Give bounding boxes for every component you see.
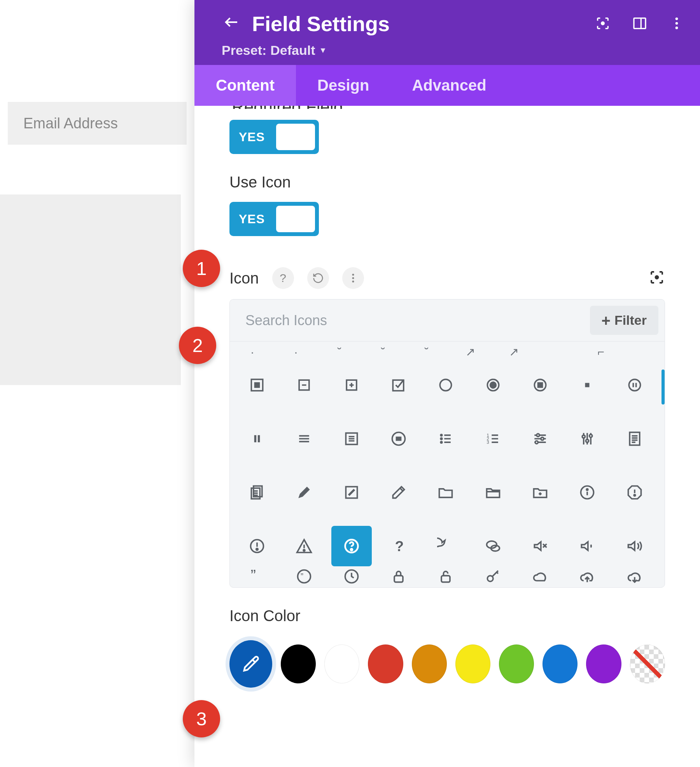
required-field-toggle[interactable]: YES: [229, 120, 319, 154]
cloud-download-icon[interactable]: [619, 568, 650, 587]
svg-point-43: [634, 495, 635, 496]
chat-icon[interactable]: [430, 531, 461, 562]
svg-point-7: [352, 280, 354, 282]
warning-triangle-icon[interactable]: [289, 531, 320, 562]
stop-circle-icon[interactable]: [525, 369, 556, 401]
quote-icon[interactable]: ”: [242, 568, 273, 587]
svg-rect-19: [585, 383, 590, 387]
clock-icon[interactable]: [336, 568, 367, 587]
pause-circle-icon[interactable]: [619, 369, 650, 401]
svg-point-2: [676, 18, 678, 20]
icon-grid-cut-bottom: ” ”: [230, 566, 665, 587]
annotation-badge-3: 3: [183, 700, 220, 737]
tab-content[interactable]: Content: [194, 65, 296, 106]
svg-rect-57: [441, 576, 450, 582]
question-icon[interactable]: ?: [383, 531, 414, 562]
svg-rect-56: [394, 576, 403, 582]
chats-icon[interactable]: [478, 531, 509, 562]
tab-design[interactable]: Design: [296, 65, 390, 106]
reset-icon[interactable]: [307, 267, 329, 289]
cloud-upload-icon[interactable]: [572, 568, 603, 587]
sliders-v-icon[interactable]: [572, 423, 603, 454]
use-icon-label: Use Icon: [229, 173, 665, 191]
svg-point-27: [441, 441, 442, 443]
icon-grid-scrollbar[interactable]: [662, 369, 665, 405]
svg-rect-21: [254, 435, 257, 442]
question-circle-icon[interactable]: [331, 526, 372, 566]
radio-checked-icon[interactable]: [478, 369, 509, 401]
caret-down-icon: ▼: [319, 46, 327, 55]
edit-square-icon[interactable]: [336, 477, 367, 508]
panel-tabs: Content Design Advanced: [194, 65, 700, 106]
square-stop-icon[interactable]: [242, 369, 273, 401]
sliders-h-icon[interactable]: [525, 423, 556, 454]
tab-advanced[interactable]: Advanced: [390, 65, 508, 106]
svg-point-8: [656, 276, 658, 279]
key-icon[interactable]: [478, 568, 509, 587]
pause-icon[interactable]: [242, 423, 273, 454]
info-circle-icon[interactable]: [572, 477, 603, 508]
svg-rect-22: [258, 435, 260, 442]
documents-icon[interactable]: [242, 477, 273, 508]
preset-selector[interactable]: Preset: Default ▼: [222, 43, 327, 58]
swatch-blue[interactable]: [542, 644, 578, 683]
edit-pen-icon[interactable]: [383, 477, 414, 508]
svg-point-5: [352, 274, 354, 276]
search-icons-input[interactable]: [230, 301, 584, 340]
svg-point-14: [440, 379, 452, 391]
svg-point-20: [629, 379, 640, 391]
svg-point-34: [582, 435, 585, 438]
volume-high-icon[interactable]: [619, 531, 650, 562]
expand-icon[interactable]: [595, 16, 611, 31]
swatch-green[interactable]: [499, 644, 534, 683]
more-icon[interactable]: [342, 267, 364, 289]
use-icon-toggle[interactable]: YES: [229, 202, 319, 236]
icon-picker: + Filter ··˘˘˘↗↗⌐: [229, 299, 665, 588]
swatch-black[interactable]: [281, 644, 316, 683]
folder-plus-icon[interactable]: [525, 477, 556, 508]
swatch-red[interactable]: [368, 644, 403, 683]
back-button[interactable]: [222, 13, 240, 35]
lock-icon[interactable]: [383, 568, 414, 587]
swatch-white[interactable]: [324, 644, 359, 683]
exclamation-circle-icon[interactable]: [242, 531, 273, 562]
columns-icon[interactable]: [632, 16, 648, 31]
folder-icon[interactable]: [430, 477, 461, 508]
pencil-icon[interactable]: [289, 477, 320, 508]
swatch-purple[interactable]: [586, 644, 621, 683]
textarea-placeholder-block[interactable]: [0, 194, 181, 385]
list-ordered-icon[interactable]: 123: [478, 423, 509, 454]
fullscreen-icon[interactable]: [649, 269, 665, 287]
swatch-none[interactable]: [630, 644, 665, 683]
document-icon[interactable]: [619, 423, 650, 454]
svg-point-53: [298, 570, 311, 583]
more-vertical-icon[interactable]: [669, 16, 684, 31]
list-box-icon[interactable]: [336, 423, 367, 454]
svg-point-42: [586, 489, 588, 490]
list-unordered-icon[interactable]: [430, 423, 461, 454]
plus-square-icon[interactable]: [336, 369, 367, 401]
eyedropper-button[interactable]: [229, 640, 272, 688]
unlock-icon[interactable]: [430, 568, 461, 587]
folder-open-icon[interactable]: [478, 477, 509, 508]
filter-button[interactable]: + Filter: [590, 306, 658, 335]
email-field[interactable]: [8, 102, 187, 145]
square-small-icon[interactable]: [572, 369, 603, 401]
list-circle-icon[interactable]: [383, 423, 414, 454]
menu-icon[interactable]: [289, 423, 320, 454]
minus-square-icon[interactable]: [289, 369, 320, 401]
info-octagon-icon[interactable]: [619, 477, 650, 508]
quote-circle-icon[interactable]: ”: [289, 568, 320, 587]
volume-mute-icon[interactable]: [525, 531, 556, 562]
help-icon[interactable]: ?: [272, 267, 294, 289]
svg-point-32: [541, 437, 544, 440]
volume-low-icon[interactable]: [572, 531, 603, 562]
cloud-icon[interactable]: [525, 568, 556, 587]
svg-point-0: [602, 22, 604, 25]
svg-text:”: ”: [301, 571, 303, 581]
check-square-icon[interactable]: [383, 369, 414, 401]
swatch-orange[interactable]: [412, 644, 447, 683]
svg-point-16: [490, 382, 496, 388]
circle-icon[interactable]: [430, 369, 461, 401]
swatch-yellow[interactable]: [455, 644, 490, 683]
